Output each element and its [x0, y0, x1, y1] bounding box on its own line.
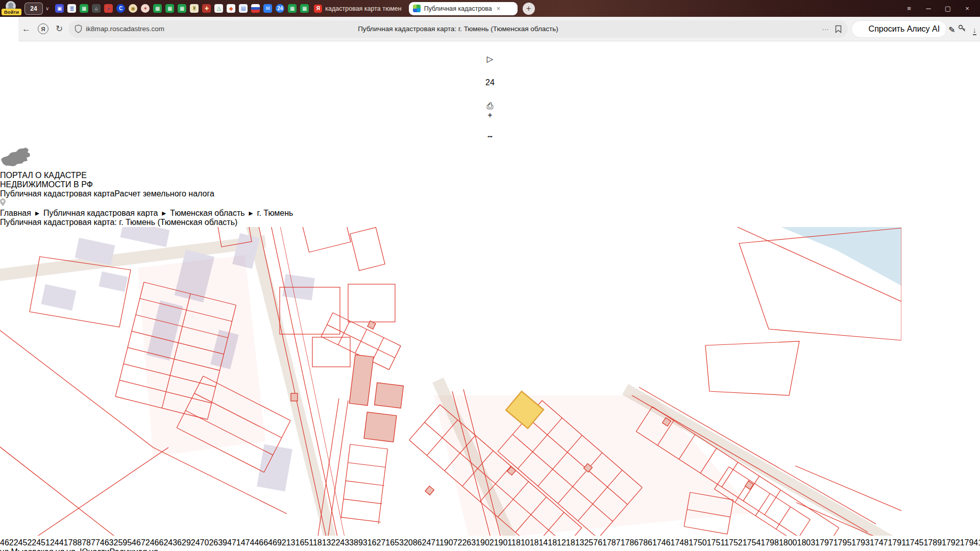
nav-tab-0[interactable]: Публичная кадастровая карта [0, 189, 114, 198]
parcel-label: 7 [95, 538, 100, 547]
map-pin-icon [0, 198, 6, 206]
parcel-label: 787 [82, 538, 95, 547]
refresh-button[interactable]: ↻ [56, 23, 63, 34]
sheets-green-favicon[interactable]: ▦ [165, 4, 174, 13]
parcel-label: 2451 [32, 538, 50, 547]
yandex-favicon: Я [314, 5, 322, 13]
extension-icon[interactable]: ✎ [948, 26, 955, 34]
parcel-label: 471 [227, 538, 241, 547]
video-icon[interactable]: ▷ [487, 54, 493, 64]
site-logo-text: ПОРТАЛ О КАДАСТРЕ НЕДВИЖИМОСТИ В РФ [0, 171, 980, 189]
circle-24-favicon[interactable]: 24 [276, 4, 284, 13]
address-bar[interactable]: ik8map.roscadastres.com Публичная кадаст… [68, 20, 847, 38]
breadcrumb-item: г. Тюмень [257, 209, 293, 218]
yandex-home-icon[interactable]: Я [38, 23, 48, 34]
parcel-label: 1794 [960, 538, 978, 547]
nav-tab-1[interactable]: Расчет земельного налога [114, 189, 214, 198]
plus-24-icon[interactable]: 24 [485, 78, 495, 87]
parcel-label: 1746 [652, 538, 671, 547]
parcel-label: 1750 [689, 538, 707, 547]
emblem-darkred-favicon[interactable]: ✚ [202, 4, 211, 13]
map-canvas[interactable] [0, 227, 901, 536]
parcel-label: 1789 [923, 538, 942, 547]
sheets-green-favicon[interactable]: ▦ [153, 4, 162, 13]
parcel-label: 474 [241, 538, 255, 547]
emblem-gold-favicon[interactable]: ◉ [129, 4, 137, 13]
parcel-label: 292 [182, 538, 195, 547]
more-icon[interactable]: ••• [487, 134, 492, 139]
sheets-green-favicon[interactable]: ▦ [288, 4, 297, 13]
tab-counter-value[interactable]: 24 [24, 3, 43, 15]
parcel-label: 1791 [888, 538, 905, 547]
pinned-favicons: ▣≣▦⌂▪C◉✶▦▦▦♜✚△◆▤✉24▦▦ [55, 4, 309, 13]
mail-blue-favicon[interactable]: ✉ [263, 4, 272, 13]
bookmark-icon[interactable] [835, 25, 842, 33]
breadcrumb-separator: ▸ [35, 208, 39, 218]
alice-label: Спросить Алису AI [869, 24, 940, 34]
flame-orange-favicon[interactable]: ◆ [227, 4, 235, 13]
downloads-icon[interactable]: ↓ [973, 26, 977, 35]
site-favicon [413, 5, 421, 12]
parcel-label: 786 [639, 538, 652, 547]
url-more-icon[interactable]: ⋯ [822, 25, 830, 33]
parcel-label: 2595 [114, 538, 132, 547]
new-tab-button[interactable]: + [523, 3, 535, 15]
breadcrumb-separator: ▸ [249, 208, 253, 218]
menu-button[interactable]: ≡ [900, 2, 918, 15]
parcel-label: 1797 [815, 538, 834, 547]
eagle-emblem-favicon[interactable]: ♜ [190, 4, 199, 13]
breadcrumb-item[interactable]: Главная [0, 209, 31, 218]
parcel-label: 1786 [621, 538, 639, 547]
triangle-green-favicon[interactable]: △ [214, 4, 223, 13]
signin-badge[interactable]: Войти [2, 9, 21, 15]
parcel-label: 1901 [494, 538, 511, 547]
chevron-down-icon[interactable]: ∨ [45, 6, 49, 11]
map-labels: 4622452245124417887877463259546724662436… [0, 538, 980, 551]
alice-button[interactable]: Спросить Алису AI [852, 21, 947, 37]
flag-ru-favicon[interactable] [251, 4, 260, 13]
document-favicon[interactable]: ≣ [67, 4, 76, 13]
cart-blue-favicon[interactable]: ▤ [239, 4, 248, 13]
parcel-label: 467 [132, 538, 145, 547]
parcel-label: 1747 [870, 538, 888, 547]
cadastral-map[interactable]: 4622452245124417887877463259546724662436… [0, 227, 980, 551]
sheets-green-favicon[interactable]: ▦ [178, 4, 186, 13]
site-logo[interactable]: ПОРТАЛ О КАДАСТРЕ НЕДВИЖИМОСТИ В РФ [0, 146, 980, 189]
russia-map-icon [0, 146, 32, 169]
parcel-label: 2639 [209, 538, 227, 547]
emblem-police-favicon[interactable]: ✶ [141, 4, 150, 13]
tab-counter[interactable]: 24 ∨ [24, 3, 52, 15]
parcel-label: 1796 [978, 538, 980, 547]
add-icon[interactable]: + [487, 111, 492, 120]
c-blue-favicon[interactable]: C [116, 4, 125, 13]
sheets-green-favicon[interactable]: ▦ [300, 4, 309, 13]
back-button[interactable]: ← [22, 24, 31, 34]
passwords-key-icon[interactable] [958, 23, 967, 33]
minimize-button[interactable]: ─ [920, 2, 937, 15]
street-label: Радужная ул. [110, 547, 161, 551]
sheets-green-favicon[interactable]: ▦ [80, 4, 88, 13]
cube-favicon[interactable]: ▣ [55, 4, 64, 13]
breadcrumb-item[interactable]: Публичная кадастровая карта [43, 209, 158, 218]
parcel-label: 1907 [439, 538, 458, 547]
breadcrumb-separator: ▸ [162, 208, 166, 218]
url-text[interactable]: ik8map.roscadastres.com [86, 25, 164, 33]
street-label: Мысовская ул. [11, 547, 66, 551]
close-tab-icon[interactable]: × [497, 5, 501, 12]
maximize-button[interactable]: ▢ [939, 2, 957, 15]
parcel-label: 1787 [602, 538, 621, 547]
background-tab[interactable]: Я кадастровая карта тюмен [314, 5, 401, 13]
screenshot-icon[interactable]: ⎙ [487, 102, 494, 111]
parcel-label: 788 [68, 538, 82, 547]
red-blue-app-favicon[interactable]: ▪ [104, 4, 113, 13]
parcel-label: 1795 [834, 538, 852, 547]
building-favicon[interactable]: ⌂ [92, 4, 101, 13]
parcel-label: 462 [0, 538, 14, 547]
close-button[interactable]: × [959, 2, 976, 15]
parcel-label: 2471 [422, 538, 439, 547]
parcel-label: 2466 [145, 538, 164, 547]
parcel-label: 2433 [335, 538, 354, 547]
browser-profile[interactable]: Войти [0, 0, 22, 17]
breadcrumb-item[interactable]: Тюменская область [170, 209, 244, 218]
active-tab[interactable]: Публичная кадастрова × [409, 2, 518, 15]
